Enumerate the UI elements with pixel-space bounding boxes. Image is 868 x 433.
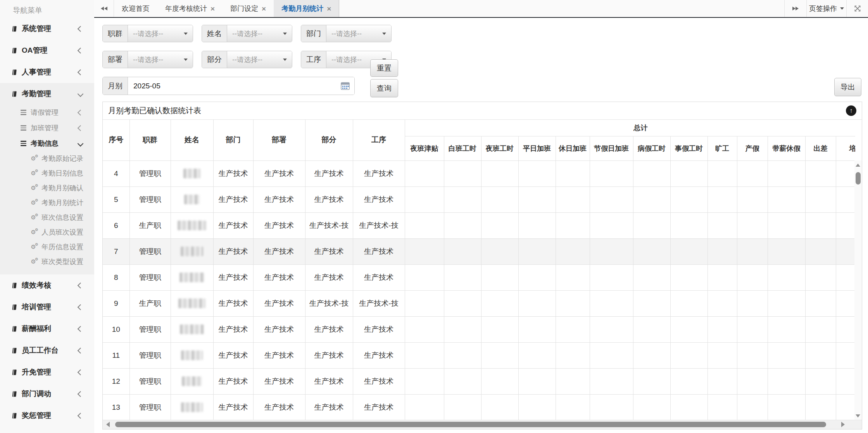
redacted-name [178,221,206,230]
sidebar-item-attendance-monthly-confirm[interactable]: ⚙⚙考勤月别确认 [0,181,94,195]
cell-metric-empty [518,316,556,342]
filter-person-name-select[interactable]: --请选择-- [227,25,292,42]
metric-column-header: 休日加班 [556,136,590,160]
tab-annual-review-stats[interactable]: 年度考核统计× [157,0,223,17]
selected-value: --请选择-- [133,29,163,38]
table-row[interactable]: 9生产职生产技术生产技术生产技术-技生产技术-技 [103,290,855,316]
table-row[interactable]: 5管理职生产技术生产技术生产技术生产技术 [103,186,855,212]
cell-no: 6 [103,212,129,238]
cell-metric-empty [444,290,481,316]
double-chevron-right-icon [792,7,796,10]
filter-job-group-select[interactable]: --请选择-- [128,25,193,42]
sidebar-item-shift-info-settings[interactable]: ⚙⚙班次信息设置 [0,210,94,225]
sidebar-item-label: 人员班次设置 [41,228,83,237]
sidebar-item-hr-management[interactable]: 人事管理 [0,61,94,83]
scroll-left-arrow-icon[interactable] [106,422,110,427]
cell-metric-empty [768,316,805,342]
book-icon [11,369,17,376]
table-row[interactable]: 12管理职生产技术生产技术生产技术生产技术 [103,368,855,394]
reset-button[interactable]: 重置 [370,59,398,77]
sidebar-item-shift-type-settings[interactable]: ⚙⚙班次类型设置 [0,254,94,269]
tab-operations-label: 页签操作 [809,4,837,13]
sidebar-item-overtime-management[interactable]: 加班管理 [0,120,94,136]
sidebar-item-calendar-info-settings[interactable]: ⚙⚙年历信息设置 [0,240,94,254]
sidebar-item-system-management[interactable]: 系统管理 [0,18,94,40]
sidebar-item-personnel-shift-settings[interactable]: ⚙⚙人员班次设置 [0,225,94,240]
cell-section: 生产技术 [305,160,353,186]
cell-metric-empty [708,316,737,342]
filter-deployment-select[interactable]: --请选择-- [128,51,193,68]
horizontal-scroll-thumb[interactable] [115,422,826,427]
close-tab-icon[interactable]: × [327,5,331,12]
tab-department-setting[interactable]: 部门设定× [223,0,274,17]
table-row[interactable]: 11管理职生产技术生产技术生产技术生产技术 [103,342,855,368]
table-row[interactable]: 4管理职生产技术生产技术生产技术生产技术 [103,160,855,186]
filter-department-select[interactable]: --请选择-- [326,25,391,42]
month-input[interactable]: 2025-05 [128,77,354,95]
chevron-left-icon [78,26,84,32]
cell-metric-empty [708,186,737,212]
sidebar-item-employee-workbench[interactable]: 员工工作台 [0,340,94,361]
sidebar-item-attendance-monthly-stats[interactable]: ⚙⚙考勤月别统计 [0,195,94,210]
sidebar-item-oa-management[interactable]: OA管理 [0,40,94,61]
collapse-panel-button[interactable]: ↑ [846,105,856,116]
horizontal-scrollbar[interactable] [103,420,862,429]
calendar-icon[interactable] [341,82,350,90]
tab-attendance-monthly-stats[interactable]: 考勤月别统计× [274,0,339,17]
scroll-down-arrow-icon[interactable] [856,414,860,417]
chevron-left-icon [78,47,84,53]
fullscreen-button[interactable] [846,0,868,17]
table-row[interactable]: 6生产职生产技术生产技术生产技术-技生产技术-技 [103,212,855,238]
sidebar-menu-expanded-section: 考勤管理请假管理加班管理考勤信息⚙⚙考勤原始记录⚙⚙考勤日别信息⚙⚙考勤月别确认… [0,83,94,274]
table-row[interactable]: 8管理职生产技术生产技术生产技术生产技术 [103,264,855,290]
tab-operations-dropdown[interactable]: 页签操作 [806,0,846,17]
sidebar-item-leave-management[interactable]: 请假管理 [0,105,94,120]
sidebar-item-attendance-info[interactable]: 考勤信息 [0,136,94,151]
close-tab-icon[interactable]: × [262,5,266,12]
list-icon [20,125,26,131]
cell-metric-empty [670,212,708,238]
cell-metric-empty [708,212,737,238]
scroll-right-arrow-icon[interactable] [841,422,845,427]
cell-metric-empty [737,290,768,316]
table-row[interactable]: 7管理职生产技术生产技术生产技术生产技术 [103,238,855,264]
sidebar-item-salary-benefits[interactable]: 薪酬福利 [0,318,94,340]
table-viewport: 序号职群姓名部门部署部分工序总计 夜班津贴白班工时夜班工时平日加班休日加班节假日… [103,120,855,420]
sidebar-item-promotion-management[interactable]: 升免管理 [0,361,94,383]
vertical-scrollbar[interactable] [854,160,862,420]
scroll-up-arrow-icon[interactable] [856,164,860,167]
book-icon [11,304,17,311]
filter-department: 部门--请选择-- [301,25,392,42]
tabs-scroll-right-button[interactable] [784,0,806,17]
export-button[interactable]: 导出 [834,78,861,96]
cell-metric-empty [556,290,590,316]
cell-no: 5 [103,186,129,212]
sidebar-item-attendance-management[interactable]: 考勤管理 [0,83,94,105]
filter-section-select[interactable]: --请选择-- [227,51,292,68]
sidebar-item-attendance-raw-records[interactable]: ⚙⚙考勤原始记录 [0,151,94,166]
close-tab-icon[interactable]: × [211,5,215,12]
sidebar-item-reward-punishment[interactable]: 奖惩管理 [0,405,94,426]
sidebar-item-training-management[interactable]: 培训管理 [0,296,94,318]
table-row[interactable]: 13管理职生产技术生产技术生产技术生产技术 [103,394,855,420]
redacted-name [181,402,203,412]
vertical-scroll-thumb[interactable] [856,172,861,185]
month-filter: 月别 2025-05 [102,77,355,95]
cell-metric-empty [805,212,836,238]
tab-welcome-home[interactable]: 欢迎首页 [114,0,157,17]
cell-metric-empty [768,264,805,290]
query-button[interactable]: 查询 [370,79,398,97]
sidebar-item-department-transfer[interactable]: 部门调动 [0,383,94,405]
cell-metric-empty [481,160,518,186]
sidebar-item-attendance-daily-info[interactable]: ⚙⚙考勤日别信息 [0,166,94,181]
cell-metric-empty [405,186,444,212]
sidebar-item-performance-review[interactable]: 绩效考核 [0,274,94,296]
chevron-left-icon [78,109,84,116]
tabs-scroll-left-button[interactable] [94,0,114,17]
tab-label: 部门设定 [230,4,258,13]
cell-metric-empty [805,316,836,342]
chevron-left-icon [78,282,84,288]
sidebar-item-label: 考勤月别统计 [41,198,83,207]
cell-deployment: 生产技术 [253,212,305,238]
table-row[interactable]: 10管理职生产技术生产技术生产技术生产技术 [103,316,855,342]
